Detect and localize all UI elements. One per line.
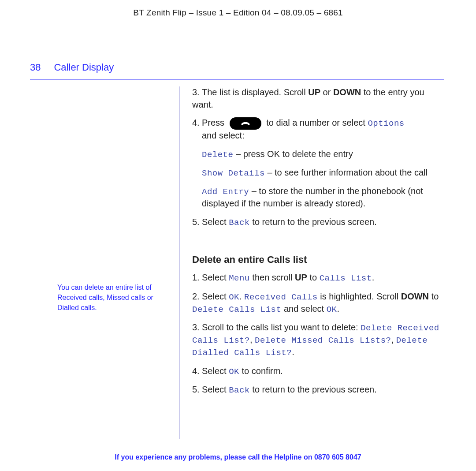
call-button-icon [230, 117, 261, 130]
ok-keyword: OK [327, 305, 337, 314]
text: and select: [192, 130, 444, 142]
text: – to see further information about the c… [265, 168, 428, 177]
step-number: 2. [192, 291, 202, 303]
text: Select [202, 217, 229, 227]
text: and select [281, 304, 326, 314]
options-keyword: Options [368, 119, 404, 128]
left-column: You can delete an entire list of Receive… [30, 86, 180, 439]
text: The list is displayed. Scroll [202, 87, 308, 97]
text: . [337, 304, 339, 314]
add-entry-keyword: Add Entry [202, 187, 249, 197]
text: to return to the previous screen. [250, 217, 377, 227]
text: Select [202, 292, 229, 301]
text: – press OK to delete the entry [233, 149, 353, 159]
ok-keyword: OK [229, 367, 239, 377]
right-column: 3.The list is displayed. Scroll UP or DO… [180, 86, 444, 439]
option-show-details: Show Details – to see further informatio… [192, 167, 444, 179]
delete-step-1: 1.Select Menu then scroll UP to Calls Li… [192, 272, 444, 284]
up-key: UP [295, 273, 307, 282]
delete-step-4: 4.Select OK to confirm. [192, 365, 444, 378]
step-number: 3. [192, 321, 202, 334]
text: to return to the previous screen. [250, 385, 377, 394]
down-key: DOWN [401, 292, 429, 301]
text: Press [202, 118, 227, 127]
calls-list-keyword: Calls List [320, 273, 372, 283]
text: to [307, 273, 320, 282]
manual-page: BT Zenith Flip – Issue 1 – Edition 04 – … [0, 0, 476, 471]
step-number: 3. [192, 86, 202, 99]
ok-keyword: OK [229, 292, 239, 302]
text: to [429, 292, 439, 301]
step-4: 4.Press to dial a number or select Optio… [192, 117, 444, 142]
text: to dial a number or select [264, 118, 368, 127]
text: . [239, 292, 244, 301]
received-calls-keyword: Received Calls [244, 292, 318, 302]
section-title: Caller Display [54, 62, 114, 73]
step-5: 5.Select Back to return to the previous … [192, 216, 444, 228]
sidenote: You can delete an entire list of Receive… [57, 282, 171, 313]
text: then scroll [250, 273, 295, 282]
helpline-number: 0870 605 8047 [314, 453, 361, 461]
text: is highlighted. Scroll [318, 292, 401, 301]
delete-step-3: 3.Scroll to the calls list you want to d… [192, 321, 444, 359]
text: , [391, 335, 396, 344]
step-number: 4. [192, 117, 202, 129]
up-key: UP [308, 87, 320, 97]
down-key: DOWN [333, 87, 361, 97]
step-3: 3.The list is displayed. Scroll UP or DO… [192, 86, 444, 111]
content-columns: You can delete an entire list of Receive… [30, 86, 444, 439]
option-delete: Delete – press OK to delete the entry [192, 148, 444, 161]
show-details-keyword: Show Details [202, 168, 265, 178]
footer-text: If you experience any problems, please c… [115, 453, 314, 461]
delete-keyword: Delete [202, 150, 233, 160]
text: . [292, 347, 294, 357]
text: or [320, 87, 333, 97]
step-number: 4. [192, 365, 202, 378]
delete-step-5: 5.Select Back to return to the previous … [192, 384, 444, 396]
step-number: 1. [192, 272, 202, 284]
divider [30, 79, 444, 80]
delete-calls-list-keyword: Delete Calls List [192, 305, 281, 314]
text: , [250, 335, 255, 344]
step-number: 5. [192, 216, 202, 228]
delete-missed-keyword: Delete Missed Calls Lists? [255, 336, 391, 345]
text: . [372, 273, 375, 282]
text: Scroll to the calls list you want to del… [202, 322, 361, 332]
step-number: 5. [192, 384, 202, 396]
text: Select [202, 385, 229, 394]
option-add-entry: Add Entry – to store the number in the p… [192, 185, 444, 210]
footer-helpline: If you experience any problems, please c… [0, 453, 476, 461]
text: to confirm. [239, 366, 283, 376]
delete-step-2: 2.Select OK. Received Calls is highlight… [192, 291, 444, 315]
text: Select [202, 366, 229, 376]
section-header: 38 Caller Display [30, 62, 444, 73]
menu-keyword: Menu [229, 273, 250, 283]
back-keyword: Back [229, 218, 250, 228]
document-header: BT Zenith Flip – Issue 1 – Edition 04 – … [0, 8, 476, 18]
page-number: 38 [30, 62, 41, 73]
text: Select [202, 273, 229, 282]
back-keyword: Back [229, 385, 250, 395]
subheading-delete-list: Delete an entire Calls list [192, 253, 444, 266]
